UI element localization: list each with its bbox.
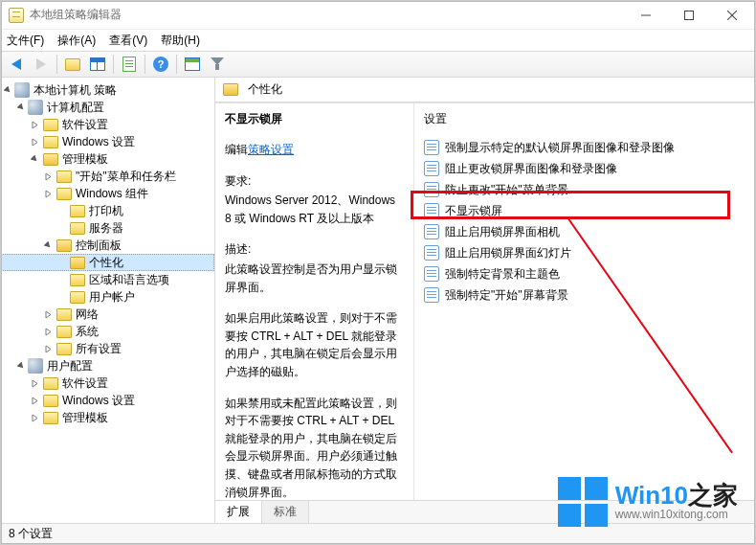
close-button[interactable] [710,2,753,29]
tree-network[interactable]: 网络 [1,306,214,323]
tree-label: Windows 设置 [62,134,135,150]
tabs: 扩展 标准 [215,500,755,523]
policy-item-icon [424,161,439,176]
tree-label: 所有设置 [76,341,122,357]
app-icon [9,8,24,23]
setting-row[interactable]: 强制显示特定的默认锁屏界面图像和登录图像 [424,137,745,158]
edit-policy-link[interactable]: 策略设置 [248,143,294,156]
tree-label: 区域和语言选项 [89,272,169,288]
tree-user-win-settings[interactable]: Windows 设置 [1,392,214,409]
tree-label: 软件设置 [62,375,108,392]
help-icon: ? [153,57,168,72]
tree-label: 用户帐户 [89,289,135,306]
expander-icon[interactable] [41,172,55,181]
tree-user-software[interactable]: 软件设置 [1,375,214,392]
expander-icon[interactable] [28,414,41,422]
policy-item-icon [424,182,439,197]
setting-label: 阻止启用锁屏界面相机 [445,224,560,240]
expander-icon[interactable] [1,86,14,95]
show-tree-button[interactable] [86,53,109,76]
setting-row[interactable]: 阻止更改锁屏界面图像和登录图像 [424,158,745,179]
tree-pane[interactable]: 本地计算机 策略 计算机配置 软件设置 Windows 设置 管理模板 "开始"… [1,78,215,523]
setting-row[interactable]: 强制特定"开始"屏幕背景 [424,284,745,306]
forward-button[interactable] [30,53,53,76]
tree-windows-settings[interactable]: Windows 设置 [1,133,214,150]
column-header-setting[interactable]: 设置 [424,111,745,127]
settings-list: 设置 强制显示特定的默认锁屏界面图像和登录图像 阻止更改锁屏界面图像和登录图像 … [414,103,755,500]
tree-printers[interactable]: 打印机 [1,202,214,219]
folder-icon [56,308,72,321]
tree-system[interactable]: 系统 [1,323,214,340]
tree-label: 网络 [76,307,99,323]
folder-icon [56,170,72,183]
expander-icon[interactable] [28,155,41,164]
detail-area: 不显示锁屏 编辑策略设置 要求: Windows Server 2012、Win… [215,102,755,500]
expander-icon[interactable] [28,138,41,147]
tree-user-accounts[interactable]: 用户帐户 [1,288,214,306]
policy-item-icon [424,245,439,261]
expander-icon[interactable] [14,362,28,371]
separator [113,55,114,74]
up-folder-button[interactable] [61,53,84,76]
folder-icon [56,326,72,338]
setting-row-highlighted[interactable]: 不显示锁屏 [424,200,745,221]
desc-para3: 如果禁用或未配置此策略设置，则对于不需要按 CTRL + ALT + DEL 就… [225,395,404,500]
expander-icon[interactable] [41,310,55,319]
details-button[interactable] [181,53,204,76]
tab-standard[interactable]: 标准 [262,500,309,523]
menu-help[interactable]: 帮助(H) [161,33,200,49]
expander-icon[interactable] [28,379,41,388]
tree-region-language[interactable]: 区域和语言选项 [1,271,214,288]
expander-icon[interactable] [41,328,55,336]
expander-icon[interactable] [28,121,41,129]
help-button[interactable]: ? [149,53,172,76]
menu-view[interactable]: 查看(V) [109,33,147,49]
expander-icon[interactable] [14,103,28,112]
tree-root[interactable]: 本地计算机 策略 [1,81,214,99]
menu-file[interactable]: 文件(F) [7,33,44,49]
tree-user-admin-templates[interactable]: 管理模板 [1,409,214,426]
tree-personalization[interactable]: 个性化 [1,254,214,271]
expander-icon[interactable] [41,190,55,198]
setting-label: 强制显示特定的默认锁屏界面图像和登录图像 [445,140,675,156]
setting-row[interactable]: 防止更改"开始"菜单背景 [424,179,745,200]
back-button[interactable] [5,53,28,76]
tree-computer-config[interactable]: 计算机配置 [1,99,214,116]
tree-software-settings[interactable]: 软件设置 [1,116,214,133]
tree-user-config[interactable]: 用户配置 [1,357,214,375]
arrow-right-icon [36,58,46,70]
tree-servers[interactable]: 服务器 [1,219,214,237]
tree-label: 打印机 [89,203,123,219]
right-pane: 个性化 不显示锁屏 编辑策略设置 要求: Windows Server 2012… [215,78,755,523]
policy-item-icon [424,140,439,155]
edit-link-line: 编辑策略设置 [225,141,404,159]
menu-action[interactable]: 操作(A) [57,33,96,49]
tree-all-settings[interactable]: 所有设置 [1,340,214,357]
properties-button[interactable] [118,53,141,76]
desc-para2: 如果启用此策略设置，则对于不需要按 CTRL + ALT + DEL 就能登录的… [225,309,404,380]
expander-icon[interactable] [41,241,55,250]
policy-item-icon [424,287,439,303]
titlebar: 本地组策略编辑器 [1,1,755,30]
user-icon [28,358,43,374]
folder-icon [43,119,58,131]
expander-icon[interactable] [28,397,41,405]
tree-control-panel[interactable]: 控制面板 [1,237,214,254]
expander-icon[interactable] [41,345,55,353]
setting-row[interactable]: 阻止启用锁屏界面相机 [424,221,745,242]
minimize-button[interactable] [624,2,667,29]
maximize-button[interactable] [667,2,710,29]
tree-label: 服务器 [89,220,123,237]
tree-windows-components[interactable]: Windows 组件 [1,185,214,202]
setting-row[interactable]: 阻止启用锁屏界面幻灯片 [424,242,745,263]
setting-label: 阻止更改锁屏界面图像和登录图像 [445,161,617,177]
folder-icon [70,222,85,235]
menubar: 文件(F) 操作(A) 查看(V) 帮助(H) [1,30,755,51]
tree-admin-templates[interactable]: 管理模板 [1,150,214,168]
tree-label: 计算机配置 [47,100,104,116]
tab-extended[interactable]: 扩展 [215,500,262,523]
filter-button[interactable] [206,53,229,76]
setting-row[interactable]: 强制特定背景和主题色 [424,263,745,284]
tree-start-taskbar[interactable]: "开始"菜单和任务栏 [1,168,214,185]
toolbar: ? [1,51,755,78]
